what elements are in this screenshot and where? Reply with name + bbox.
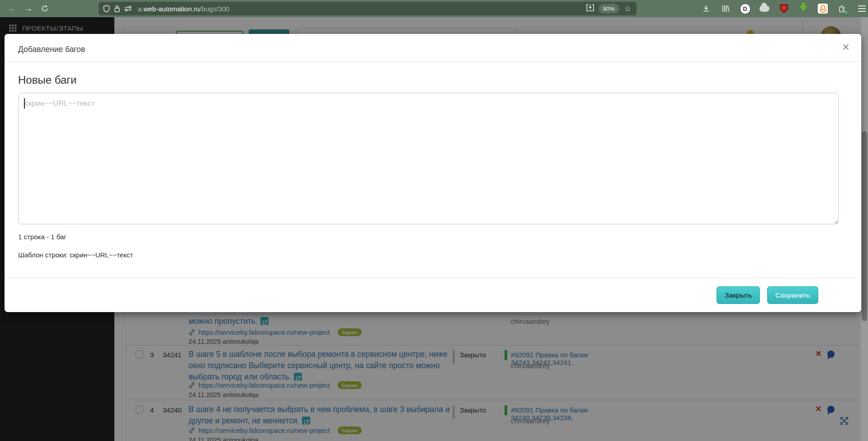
counter-hint: 1 строка - 1 баг bbox=[18, 233, 839, 241]
back-icon[interactable]: ← bbox=[5, 2, 19, 15]
extensions-puzzle-icon[interactable] bbox=[837, 3, 848, 14]
odnoklassniki-icon[interactable] bbox=[817, 3, 828, 14]
modal-body: Новые баги 1 строка - 1 баг Шаблон строк… bbox=[5, 62, 861, 259]
modal-header: Добавление багов × bbox=[5, 34, 861, 62]
extension-d-icon[interactable]: D bbox=[740, 3, 750, 14]
tracking-shield-icon[interactable] bbox=[103, 5, 110, 13]
savefrom-arrow-icon[interactable] bbox=[798, 3, 809, 14]
save-button[interactable]: Сохранить bbox=[767, 286, 818, 304]
library-icon[interactable] bbox=[720, 3, 731, 14]
url-text[interactable]: a.web-automation.ru/bugs/300 bbox=[138, 5, 230, 13]
zoom-level-badge[interactable]: 90% bbox=[599, 4, 619, 14]
text-caret bbox=[24, 98, 25, 109]
url-bar[interactable]: a.web-automation.ru/bugs/300 90% ☆ bbox=[99, 2, 637, 15]
permissions-sliders-icon[interactable] bbox=[124, 5, 132, 12]
add-bugs-modal: Добавление багов × Новые баги 1 строка -… bbox=[5, 34, 861, 312]
lock-icon[interactable] bbox=[114, 5, 120, 13]
downloads-icon[interactable] bbox=[701, 3, 712, 14]
ublock-shield-icon[interactable] bbox=[778, 3, 789, 14]
forward-icon[interactable]: → bbox=[22, 2, 35, 15]
template-hint: Шаблон строки: скрин~~URL~~текст bbox=[18, 251, 839, 259]
browser-window: ← → a.web-automation.ru/bugs/300 bbox=[0, 0, 868, 441]
reload-icon[interactable] bbox=[38, 2, 52, 15]
bug-tracker-page: ПРОЕКТЫ/ЭТАПЫ можно пропустить. https://… bbox=[0, 17, 868, 441]
save-page-icon[interactable] bbox=[586, 4, 594, 14]
hamburger-menu-icon[interactable] bbox=[856, 3, 867, 14]
close-icon[interactable]: × bbox=[842, 41, 849, 53]
extension-cloud-icon[interactable] bbox=[759, 3, 770, 14]
modal-footer: Закрыть Сохранить bbox=[5, 278, 861, 312]
section-heading: Новые баги bbox=[18, 74, 839, 86]
page-scrollbar[interactable] bbox=[861, 17, 868, 441]
new-bugs-textarea[interactable] bbox=[18, 93, 839, 224]
modal-title: Добавление багов bbox=[18, 45, 85, 54]
browser-toolbar: ← → a.web-automation.ru/bugs/300 bbox=[0, 0, 868, 17]
scrollbar-thumb[interactable] bbox=[862, 131, 867, 321]
bookmark-star-icon[interactable]: ☆ bbox=[624, 4, 631, 14]
toolbar-extensions: D bbox=[701, 3, 867, 14]
close-button[interactable]: Закрыть bbox=[717, 286, 760, 304]
